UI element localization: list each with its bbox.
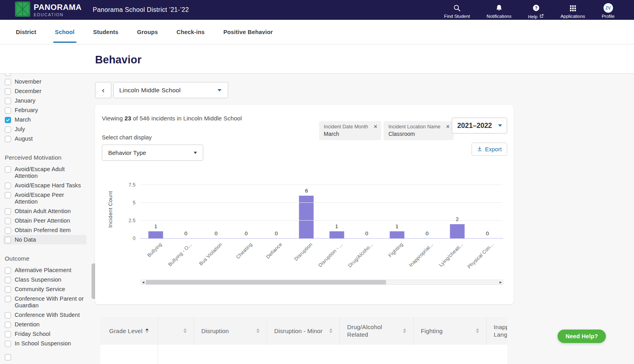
- chart-display-dropdown[interactable]: Behavior Type: [102, 145, 203, 161]
- column-header-blank[interactable]: [158, 317, 194, 345]
- checkbox[interactable]: [5, 136, 11, 142]
- filter-checkbox-avoid-escape-hard-tasks[interactable]: Avoid/Escape Hard Tasks: [5, 181, 85, 190]
- export-button[interactable]: Export: [472, 143, 507, 156]
- column-header-drug-alcohol-related[interactable]: Drug/Alcohol Related: [340, 317, 413, 345]
- tab-school[interactable]: School: [55, 20, 75, 44]
- checkbox[interactable]: [5, 286, 11, 293]
- filter-checkbox-avoid-escape-adult-attention[interactable]: Avoid/Escape Adult Attention: [5, 164, 85, 181]
- filter-checkbox-july[interactable]: July: [5, 124, 85, 134]
- checkbox[interactable]: [5, 183, 11, 189]
- tab-groups[interactable]: Groups: [137, 20, 158, 44]
- tab-check-ins[interactable]: Check-ins: [177, 20, 205, 44]
- checkbox[interactable]: [5, 322, 11, 328]
- filter-checkbox-obtain-adult-attention[interactable]: Obtain Adult Attention: [5, 206, 85, 216]
- checkbox[interactable]: [5, 296, 11, 302]
- checkbox[interactable]: [5, 237, 11, 243]
- checkbox[interactable]: [5, 331, 11, 337]
- checkbox[interactable]: [5, 218, 11, 224]
- checkbox[interactable]: [5, 354, 11, 360]
- checkbox[interactable]: [5, 74, 11, 76]
- column-header-label: Disruption - Minor: [274, 327, 323, 335]
- checkbox[interactable]: [5, 107, 11, 114]
- filter-checkbox-january[interactable]: January: [5, 96, 85, 105]
- checkbox[interactable]: [5, 98, 11, 104]
- need-help-button[interactable]: Need Help?: [558, 330, 606, 343]
- tab-district[interactable]: District: [16, 20, 36, 44]
- nav-item-notifications[interactable]: Notifications: [478, 1, 520, 19]
- filter-checkbox-in-school-suspension[interactable]: In School Suspension: [5, 339, 85, 348]
- filter-checkbox-no-data[interactable]: No Data: [3, 235, 86, 244]
- column-header-grade-level[interactable]: Grade Level: [100, 317, 158, 345]
- checked-checkbox[interactable]: [5, 117, 11, 123]
- filter-checkbox-conference-with-parent-or-guardian[interactable]: Conference With Parent or Guardian: [5, 294, 85, 310]
- checkbox[interactable]: [5, 341, 11, 347]
- scrollbar-thumb[interactable]: [146, 280, 386, 284]
- checkbox[interactable]: [5, 88, 11, 95]
- bar-slot-drug-alcoho: 0: [352, 185, 382, 238]
- checkbox[interactable]: [5, 267, 11, 274]
- column-header-disruption[interactable]: Disruption: [194, 317, 267, 345]
- viewing-suffix: of 546 incidents in Lincoln Middle Schoo…: [131, 115, 242, 122]
- filter-checkbox-friday-school[interactable]: Friday School: [5, 329, 85, 339]
- bar-disruption[interactable]: [329, 231, 344, 238]
- sort-icon[interactable]: [476, 328, 479, 333]
- checkbox[interactable]: [5, 227, 11, 234]
- school-selector-dropdown[interactable]: Lincoln Middle School: [113, 82, 228, 98]
- y-tick-label: 5: [124, 200, 136, 206]
- filter-checkbox-class-suspension[interactable]: Class Suspension: [5, 275, 85, 284]
- nav-item-help[interactable]: ?Help: [520, 1, 552, 19]
- tab-students[interactable]: Students: [93, 20, 118, 44]
- x-tick-label-bullying: Bullying: [146, 242, 163, 258]
- filter-checkbox-avoid-escape-peer-attention[interactable]: Avoid/Escape Peer Attention: [5, 190, 85, 206]
- column-header-inappropriate-language[interactable]: Inappropriate Language: [486, 317, 507, 345]
- filter-checkbox-august[interactable]: August: [5, 134, 85, 143]
- filter-checkbox-march[interactable]: March: [5, 115, 85, 124]
- checkbox[interactable]: [5, 126, 11, 133]
- scroll-right-arrow-icon[interactable]: ▶: [498, 281, 503, 284]
- filter-checkbox-conference-with-student[interactable]: Conference With Student: [5, 310, 85, 320]
- nav-item-find-student[interactable]: Find Student: [436, 1, 478, 19]
- school-year-dropdown[interactable]: 2021–2022: [452, 118, 507, 133]
- remove-filter-icon[interactable]: ×: [446, 124, 450, 130]
- sort-icon[interactable]: [183, 328, 187, 333]
- nav-item-applications[interactable]: Applications: [552, 1, 593, 19]
- bar-fighting[interactable]: [390, 231, 404, 238]
- sort-icon[interactable]: [145, 328, 149, 333]
- filter-checkbox-detention[interactable]: Detention: [5, 320, 85, 329]
- remove-filter-icon[interactable]: ×: [374, 124, 377, 130]
- sort-icon[interactable]: [403, 328, 406, 333]
- tab-positive-behavior[interactable]: Positive Behavior: [223, 20, 273, 44]
- filter-checkbox-november[interactable]: November: [5, 77, 85, 86]
- partial-checkbox-row[interactable]: [5, 74, 97, 77]
- checkbox[interactable]: [5, 192, 11, 198]
- filter-checkbox-obtain-preferred-item[interactable]: Obtain Preferred Item: [5, 225, 85, 235]
- bar-bullying[interactable]: [149, 231, 163, 238]
- filter-chip-name: Incident Date Month: [324, 124, 368, 130]
- checkbox[interactable]: [5, 312, 11, 318]
- partial-checkbox-row[interactable]: [5, 352, 85, 362]
- content-area: NovemberDecemberJanuaryFebruaryMarchJuly…: [0, 74, 634, 364]
- column-header-label: Drug/Alcohol Related: [347, 323, 399, 338]
- filter-checkbox-obtain-peer-attention[interactable]: Obtain Peer Attention: [5, 216, 85, 225]
- bar-slot-lying-cheati: 2: [442, 185, 472, 238]
- filter-checkbox-february[interactable]: February: [5, 105, 85, 115]
- checkbox[interactable]: [5, 277, 11, 283]
- bar-lying-cheati[interactable]: [450, 224, 464, 238]
- filter-checkbox-alternative-placement[interactable]: Alternative Placement: [5, 265, 85, 275]
- checkbox[interactable]: [5, 79, 11, 85]
- panorama-logo[interactable]: PANORAMA EDUCATION: [15, 2, 82, 18]
- column-header-fighting[interactable]: Fighting: [413, 317, 486, 345]
- checkbox[interactable]: [5, 208, 11, 215]
- column-header-disruption-minor[interactable]: Disruption - Minor: [267, 317, 340, 345]
- filter-checkbox-december[interactable]: December: [5, 86, 85, 96]
- sort-icon[interactable]: [256, 328, 260, 333]
- scrollbar-track[interactable]: [145, 280, 498, 284]
- chart-horizontal-scrollbar[interactable]: ◀ ▶: [141, 280, 503, 285]
- scroll-left-arrow-icon[interactable]: ◀: [141, 281, 145, 284]
- filter-checkbox-community-service[interactable]: Community Service: [5, 284, 85, 294]
- bell-icon: [495, 4, 503, 12]
- checkbox[interactable]: [5, 166, 11, 173]
- sort-icon[interactable]: [329, 328, 332, 333]
- back-button[interactable]: ‹: [95, 82, 111, 98]
- nav-item-profile[interactable]: ZVProfile: [593, 1, 623, 19]
